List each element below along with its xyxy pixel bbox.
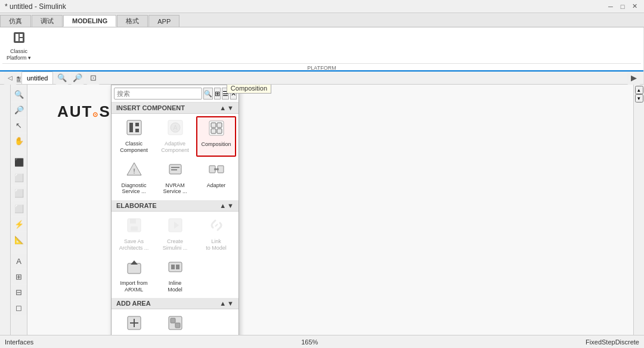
section-chevrons-insert[interactable]: ▲ ▼ [219,104,234,111]
tab-app[interactable]: APP [148,15,179,27]
insert-component-grid: ClassicComponent A AdaptiveComponent Com… [112,114,239,200]
block-tool-1[interactable]: ⬛ [12,155,26,169]
autosar-logo-o: ⊙ [92,111,99,118]
block-tool-7[interactable]: A [12,254,26,268]
status-bar: Interfaces 165% FixedStepDiscrete [0,335,644,348]
maximize-button[interactable]: □ [618,2,627,11]
zoom-out-tool[interactable]: 🔎 [12,102,26,117]
block-tool-2[interactable]: ⬜ [12,170,26,185]
section-chevrons-elaborate[interactable]: ▲ ▼ [219,202,234,209]
tab-debug[interactable]: 调试 [32,15,63,27]
svg-rect-64 [130,219,136,223]
create-simulink-label: CreateSimulini ... [163,238,188,251]
adapter-item[interactable]: Adapter [196,158,236,198]
dropdown-close-btn[interactable]: ✕ [230,88,237,100]
section-chevrons-add-area[interactable]: ▲ ▼ [219,300,234,307]
select-tool[interactable]: ↖ [12,118,26,132]
link-to-model-icon [208,217,225,237]
inline-model-label: InlineModel [168,280,182,293]
dropdown-search-input[interactable] [114,88,202,100]
svg-text:!: ! [133,167,135,175]
svg-rect-52 [217,129,222,133]
tab-simulation[interactable]: 仿真 [0,15,31,27]
elaborate-grid: Save AsArchitects ... CreateSimulini ...… [112,212,239,298]
diagnostic-service-label: DiagnosticService ... [121,182,146,195]
elaborate-section-header: ELABORATE ▲ ▼ [112,200,239,212]
inline-model-item[interactable]: InlineModel [155,256,195,296]
tab-format[interactable]: 格式 [117,15,148,27]
insert-area-item[interactable]: 插入区域 [114,312,154,335]
nvram-service-item[interactable]: NVRAMService ... [155,158,195,198]
right-sidebar: ▴ ▾ [633,85,644,335]
zoom-minus-btn[interactable]: 🔎 [71,72,84,85]
tab-untitled-label: untitled [27,74,48,82]
pan-tool[interactable]: ✋ [12,133,26,148]
scroll-right-btn[interactable]: ▶ [627,72,640,85]
use-area-item[interactable]: 使用区域分组 [155,312,195,335]
classic-platform-label: ClassicPlatform ▾ [7,48,31,61]
block-tool-8[interactable]: ⊞ [12,269,26,284]
svg-line-68 [215,224,218,226]
svg-rect-43 [135,123,139,126]
block-tool-10[interactable]: ◻ [12,300,26,315]
classic-component-icon [126,119,143,139]
ribbon-group-platform: ClassicPlatform ▾ PLATFORM [0,27,644,73]
block-tool-3[interactable]: ⬜ [12,186,26,200]
insert-component-dropdown: 🔍 ⊞ ☰ ✕ INSERT COMPONENT ▲ ▼ [111,85,239,335]
adaptive-component-icon: A [167,119,184,139]
status-center: 165% [301,338,318,346]
composition-item[interactable]: Composition Composition [196,116,236,157]
dropdown-list-view-btn[interactable]: ☰ [222,88,229,100]
window-title: * untitled - Simulink [5,2,66,11]
fit-btn[interactable]: ⊡ [86,72,100,85]
classic-platform-icon [12,30,26,48]
canvas-area[interactable]: AUT⊙SAR 🔍 ⊞ ☰ ✕ INSERT COMPONENT ▲ ▼ [27,85,633,335]
ribbon: ClassicPlatform ▾ PLATFORM 🔍 查找 ▾ ⬛ 比较 📋… [0,27,644,72]
composition-icon [208,120,225,140]
right-sidebar-btn-1[interactable]: ▴ [635,86,643,94]
block-tool-9[interactable]: ⊟ [12,285,26,299]
svg-text:A: A [173,124,178,131]
svg-rect-1 [16,34,18,41]
svg-rect-51 [211,129,216,133]
left-panel-toggle[interactable]: ◁ [4,72,17,85]
classic-component-item[interactable]: ClassicComponent [114,116,154,157]
svg-rect-41 [127,120,141,135]
import-arxml-item[interactable]: Import fromARXML [114,256,154,296]
ribbon-group-platform-items: ClassicPlatform ▾ [2,29,641,63]
tab-bar: 仿真 调试 MODELING 格式 APP [0,13,644,27]
create-simulink-item: CreateSimulini ... [155,214,195,254]
elaborate-section-label: ELABORATE [116,202,157,209]
svg-rect-71 [169,262,182,272]
right-sidebar-btn-2[interactable]: ▾ [635,94,643,102]
svg-rect-49 [211,123,216,128]
create-simulink-icon [167,217,184,237]
composition-label: Composition [201,141,231,148]
svg-point-61 [214,168,216,170]
svg-rect-44 [135,129,139,132]
minimize-button[interactable]: ─ [606,2,615,11]
save-as-architects-item: Save AsArchitects ... [114,214,154,254]
diagnostic-service-item[interactable]: ! DiagnosticService ... [114,158,154,198]
dropdown-grid-view-btn[interactable]: ⊞ [214,88,221,100]
model-browser-label: 模型视览 [0,85,11,89]
svg-point-62 [216,168,219,170]
zoom-plus-btn[interactable]: 🔍 [55,72,69,85]
classic-platform-button[interactable]: ClassicPlatform ▾ [2,29,35,63]
tab-modeling[interactable]: MODELING [63,15,116,27]
svg-rect-57 [171,169,177,170]
zoom-in-tool[interactable]: 🔍 [12,87,26,101]
svg-rect-69 [128,263,141,274]
block-tool-6[interactable]: 📐 [12,232,26,247]
svg-marker-70 [131,260,138,265]
svg-rect-42 [129,123,133,132]
close-button[interactable]: ✕ [630,2,639,11]
block-tool-4[interactable]: ⬜ [12,201,26,216]
untitled-tab[interactable]: untitled [21,72,53,85]
window-controls[interactable]: ─ □ ✕ [606,2,639,11]
dropdown-search-btn[interactable]: 🔍 [203,88,213,100]
nvram-service-label: NVRAMService ... [163,182,187,195]
inline-model-icon [167,259,184,279]
adapter-icon [208,161,225,181]
block-tool-5[interactable]: ⚡ [12,217,26,231]
